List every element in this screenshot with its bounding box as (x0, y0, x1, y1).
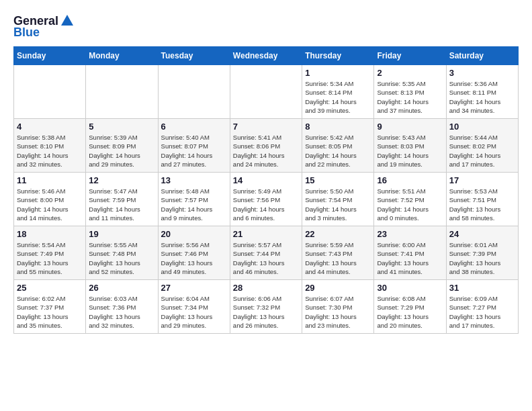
calendar-cell: 3Sunrise: 5:36 AM Sunset: 8:11 PM Daylig… (446, 65, 518, 119)
day-number: 9 (377, 122, 443, 132)
calendar-cell: 21Sunrise: 5:57 AM Sunset: 7:44 PM Dayli… (230, 226, 302, 280)
day-number: 26 (89, 283, 154, 293)
day-number: 23 (377, 229, 443, 239)
week-row-2: 4Sunrise: 5:38 AM Sunset: 8:10 PM Daylig… (14, 119, 519, 173)
calendar-cell: 8Sunrise: 5:42 AM Sunset: 8:05 PM Daylig… (302, 119, 374, 173)
calendar-cell: 29Sunrise: 6:07 AM Sunset: 7:30 PM Dayli… (302, 280, 374, 334)
week-row-4: 18Sunrise: 5:54 AM Sunset: 7:49 PM Dayli… (14, 226, 519, 280)
day-number: 30 (377, 283, 443, 293)
day-header-tuesday: Tuesday (158, 47, 230, 65)
day-number: 3 (449, 68, 515, 78)
day-info: Sunrise: 5:59 AM Sunset: 7:43 PM Dayligh… (305, 240, 371, 276)
day-info: Sunrise: 5:43 AM Sunset: 8:03 PM Dayligh… (377, 133, 443, 169)
week-row-1: 1Sunrise: 5:34 AM Sunset: 8:14 PM Daylig… (14, 65, 519, 119)
calendar-cell: 28Sunrise: 6:06 AM Sunset: 7:32 PM Dayli… (230, 280, 302, 334)
calendar-cell: 18Sunrise: 5:54 AM Sunset: 7:49 PM Dayli… (14, 226, 86, 280)
day-number: 4 (17, 122, 83, 132)
day-info: Sunrise: 5:56 AM Sunset: 7:46 PM Dayligh… (161, 240, 227, 276)
day-info: Sunrise: 5:50 AM Sunset: 7:54 PM Dayligh… (305, 187, 371, 222)
day-header-friday: Friday (374, 47, 446, 65)
day-info: Sunrise: 6:04 AM Sunset: 7:34 PM Dayligh… (161, 294, 227, 330)
day-info: Sunrise: 5:57 AM Sunset: 7:44 PM Dayligh… (233, 240, 299, 276)
day-info: Sunrise: 5:46 AM Sunset: 8:00 PM Dayligh… (17, 187, 83, 222)
day-number: 6 (161, 122, 227, 132)
day-number: 20 (161, 229, 227, 239)
day-header-wednesday: Wednesday (230, 47, 302, 65)
day-number: 2 (377, 68, 443, 78)
logo-icon (60, 13, 75, 28)
calendar-cell: 15Sunrise: 5:50 AM Sunset: 7:54 PM Dayli… (302, 173, 374, 226)
day-number: 12 (89, 175, 154, 185)
week-row-3: 11Sunrise: 5:46 AM Sunset: 8:00 PM Dayli… (14, 173, 519, 226)
day-info: Sunrise: 6:06 AM Sunset: 7:32 PM Dayligh… (233, 294, 299, 330)
day-number: 28 (233, 283, 299, 293)
day-info: Sunrise: 6:03 AM Sunset: 7:36 PM Dayligh… (89, 294, 154, 330)
day-info: Sunrise: 5:51 AM Sunset: 7:52 PM Dayligh… (377, 187, 443, 222)
day-info: Sunrise: 5:36 AM Sunset: 8:11 PM Dayligh… (449, 79, 515, 115)
calendar-table: SundayMondayTuesdayWednesdayThursdayFrid… (13, 46, 519, 334)
day-number: 15 (305, 175, 371, 185)
day-number: 25 (17, 283, 83, 293)
calendar-cell: 13Sunrise: 5:48 AM Sunset: 7:57 PM Dayli… (158, 173, 230, 226)
logo-blue-text: Blue (13, 26, 40, 40)
calendar-cell: 27Sunrise: 6:04 AM Sunset: 7:34 PM Dayli… (158, 280, 230, 334)
day-info: Sunrise: 5:35 AM Sunset: 8:13 PM Dayligh… (377, 79, 443, 115)
logo: General Blue (13, 13, 75, 40)
calendar-cell: 11Sunrise: 5:46 AM Sunset: 8:00 PM Dayli… (14, 173, 86, 226)
calendar-cell: 31Sunrise: 6:09 AM Sunset: 7:27 PM Dayli… (446, 280, 518, 334)
day-header-saturday: Saturday (446, 47, 518, 65)
calendar-cell: 2Sunrise: 5:35 AM Sunset: 8:13 PM Daylig… (374, 65, 446, 119)
day-info: Sunrise: 5:38 AM Sunset: 8:10 PM Dayligh… (17, 133, 83, 169)
calendar-cell: 24Sunrise: 6:01 AM Sunset: 7:39 PM Dayli… (446, 226, 518, 280)
calendar-body: 1Sunrise: 5:34 AM Sunset: 8:14 PM Daylig… (14, 65, 519, 334)
day-info: Sunrise: 5:34 AM Sunset: 8:14 PM Dayligh… (305, 79, 371, 115)
calendar-cell: 9Sunrise: 5:43 AM Sunset: 8:03 PM Daylig… (374, 119, 446, 173)
calendar-cell: 12Sunrise: 5:47 AM Sunset: 7:59 PM Dayli… (86, 173, 158, 226)
day-info: Sunrise: 6:01 AM Sunset: 7:39 PM Dayligh… (449, 240, 515, 276)
calendar-cell: 26Sunrise: 6:03 AM Sunset: 7:36 PM Dayli… (86, 280, 158, 334)
page-header: General Blue (13, 13, 519, 40)
calendar-cell (158, 65, 230, 119)
day-info: Sunrise: 5:41 AM Sunset: 8:06 PM Dayligh… (233, 133, 299, 169)
day-number: 10 (449, 122, 515, 132)
day-number: 14 (233, 175, 299, 185)
svg-marker-0 (61, 15, 73, 26)
day-info: Sunrise: 5:54 AM Sunset: 7:49 PM Dayligh… (17, 240, 83, 276)
calendar-cell: 23Sunrise: 6:00 AM Sunset: 7:41 PM Dayli… (374, 226, 446, 280)
day-number: 13 (161, 175, 227, 185)
day-info: Sunrise: 5:40 AM Sunset: 8:07 PM Dayligh… (161, 133, 227, 169)
day-info: Sunrise: 6:08 AM Sunset: 7:29 PM Dayligh… (377, 294, 443, 330)
day-number: 19 (89, 229, 154, 239)
day-info: Sunrise: 5:47 AM Sunset: 7:59 PM Dayligh… (89, 187, 154, 222)
day-number: 1 (305, 68, 371, 78)
calendar-cell: 10Sunrise: 5:44 AM Sunset: 8:02 PM Dayli… (446, 119, 518, 173)
day-info: Sunrise: 5:44 AM Sunset: 8:02 PM Dayligh… (449, 133, 515, 169)
day-info: Sunrise: 6:02 AM Sunset: 7:37 PM Dayligh… (17, 294, 83, 330)
day-number: 27 (161, 283, 227, 293)
day-number: 16 (377, 175, 443, 185)
calendar-cell: 19Sunrise: 5:55 AM Sunset: 7:48 PM Dayli… (86, 226, 158, 280)
calendar-cell: 6Sunrise: 5:40 AM Sunset: 8:07 PM Daylig… (158, 119, 230, 173)
day-number: 18 (17, 229, 83, 239)
day-info: Sunrise: 5:48 AM Sunset: 7:57 PM Dayligh… (161, 187, 227, 222)
calendar-cell: 14Sunrise: 5:49 AM Sunset: 7:56 PM Dayli… (230, 173, 302, 226)
day-info: Sunrise: 6:07 AM Sunset: 7:30 PM Dayligh… (305, 294, 371, 330)
day-number: 24 (449, 229, 515, 239)
calendar-cell: 22Sunrise: 5:59 AM Sunset: 7:43 PM Dayli… (302, 226, 374, 280)
calendar-cell: 7Sunrise: 5:41 AM Sunset: 8:06 PM Daylig… (230, 119, 302, 173)
calendar-cell: 4Sunrise: 5:38 AM Sunset: 8:10 PM Daylig… (14, 119, 86, 173)
day-info: Sunrise: 6:00 AM Sunset: 7:41 PM Dayligh… (377, 240, 443, 276)
calendar-cell: 1Sunrise: 5:34 AM Sunset: 8:14 PM Daylig… (302, 65, 374, 119)
day-number: 8 (305, 122, 371, 132)
day-number: 22 (305, 229, 371, 239)
day-header-monday: Monday (86, 47, 158, 65)
calendar-cell (230, 65, 302, 119)
day-number: 17 (449, 175, 515, 185)
calendar-cell: 5Sunrise: 5:39 AM Sunset: 8:09 PM Daylig… (86, 119, 158, 173)
day-number: 29 (305, 283, 371, 293)
day-info: Sunrise: 5:42 AM Sunset: 8:05 PM Dayligh… (305, 133, 371, 169)
day-info: Sunrise: 5:39 AM Sunset: 8:09 PM Dayligh… (89, 133, 154, 169)
day-info: Sunrise: 5:55 AM Sunset: 7:48 PM Dayligh… (89, 240, 154, 276)
day-info: Sunrise: 5:53 AM Sunset: 7:51 PM Dayligh… (449, 187, 515, 222)
day-number: 21 (233, 229, 299, 239)
